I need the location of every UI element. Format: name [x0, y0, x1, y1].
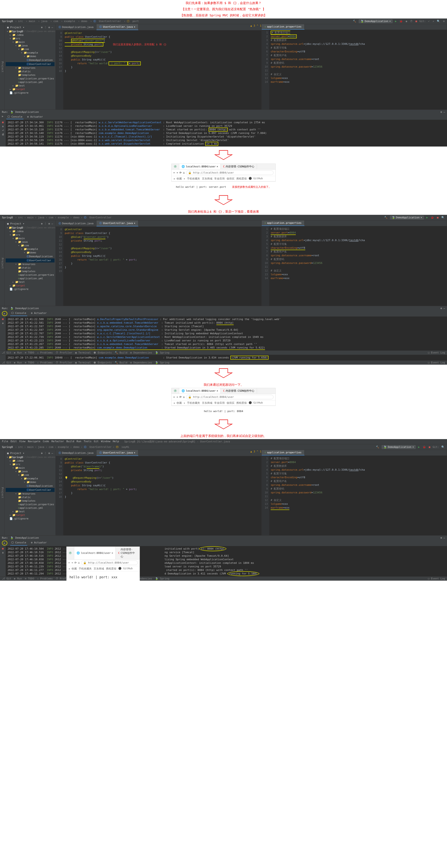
console-output[interactable]: 2022-07-20 17:22:06.961 INFO 10848 --- [… — [6, 355, 447, 361]
scroll-icon[interactable]: ⇊ — [2, 551, 4, 554]
scroll-icon[interactable]: ⇊ — [2, 321, 4, 324]
crumb[interactable]: java — [41, 20, 47, 23]
tree-item[interactable]: ▾📁 java — [6, 240, 55, 244]
crumb[interactable]: UserController — [90, 445, 111, 448]
tree-item[interactable]: 📁 templates — [6, 73, 55, 77]
tree-item[interactable]: 📁 static — [6, 496, 55, 499]
tree-item[interactable]: ▾📁 example — [6, 477, 55, 480]
tree-item[interactable]: ▾📁 demo — [6, 251, 55, 254]
tree-item[interactable]: ⓒ DemoApplication — [6, 254, 55, 258]
warnings-badge[interactable]: ▲ 3 ^ 1 — [251, 24, 261, 30]
forward-icon[interactable]: → — [71, 561, 73, 564]
coverage-icon[interactable]: ◉ — [405, 19, 408, 23]
menu-navigate[interactable]: Navigate — [28, 440, 40, 443]
crumb[interactable]: example — [58, 216, 69, 219]
editor-right[interactable]: ⚙application.properties 1234567891011121… — [262, 24, 447, 110]
tree-item-selected[interactable]: ⓒ UserController — [6, 488, 55, 492]
bookmark-item[interactable]: 常金应用 — [214, 177, 225, 180]
crumb[interactable]: demo — [73, 445, 79, 448]
bookmark-item[interactable]: 携程度假 — [236, 401, 247, 405]
code-editor[interactable]: @Controller public class UserController … — [63, 456, 261, 535]
debug-icon[interactable]: 🐞 — [399, 19, 403, 23]
editor-tab-active[interactable]: ⚙application.properties — [262, 24, 305, 30]
tree-item[interactable]: ▾📁 java — [6, 470, 55, 473]
terminal-tab[interactable]: ▣ Terminal — [75, 351, 91, 354]
debug-icon[interactable]: 🐞 — [430, 216, 435, 220]
deps-tab[interactable]: ⊞ Dependencies — [130, 351, 152, 354]
tree-item[interactable]: ⚙ application.properties — [6, 503, 55, 506]
editor-tab-active[interactable]: ⓒUserController.java × — [96, 220, 138, 226]
menu-run[interactable]: Run — [76, 440, 81, 443]
code-editor[interactable]: # 配置项目端口 server.port=8084 # 配置数据库 spring… — [269, 30, 447, 110]
tree-gear-icon[interactable]: ⊕ ⋮ ⚙ — — [41, 452, 53, 455]
menu-build[interactable]: Build — [66, 440, 74, 443]
stop-icon[interactable]: ■ — [2, 121, 4, 124]
menu-tools[interactable]: Tools — [84, 440, 92, 443]
bookmark-item[interactable]: 京东商城 — [94, 567, 104, 570]
event-log-tab[interactable]: ◯ Event Log — [428, 577, 445, 580]
menu-view[interactable]: View — [19, 440, 26, 443]
console-gear-icon[interactable]: ⚙ — — [440, 111, 445, 114]
run-tab[interactable]: ▶ Run — [14, 351, 22, 354]
console-output[interactable]: 2022-07-20 17:34:14.360 INFO 11176 --- [… — [6, 120, 447, 147]
deps-tab[interactable]: ⊞ Dependencies — [130, 361, 152, 364]
crumb[interactable]: java — [38, 445, 44, 448]
back-icon[interactable]: ← — [173, 396, 175, 399]
editor-tab[interactable]: ⓒDemoApplication.java — [56, 24, 96, 30]
crumb[interactable]: com — [49, 216, 53, 219]
build-tab[interactable]: 🔨 Build — [115, 361, 128, 364]
home-icon[interactable]: ⌂ — [183, 171, 185, 174]
tree-item[interactable]: ▾📁 resources — [6, 262, 55, 266]
tree-item-selected[interactable]: ⓒ UserController — [6, 62, 55, 66]
bookmark-item[interactable]: ★ 收藏 — [173, 401, 182, 405]
endpoints-tab[interactable]: ⬢ Endpoints — [94, 351, 111, 354]
console-tab[interactable]: 🖵 Console — [10, 540, 27, 546]
git-tab[interactable]: ⎇ Git — [2, 351, 11, 354]
crumb[interactable]: main — [27, 445, 34, 448]
tree-item[interactable]: 📁 templates — [6, 499, 55, 503]
crumb[interactable]: src — [18, 445, 23, 448]
tree-item[interactable]: ▾📁 example — [6, 51, 55, 55]
tree-item[interactable]: ▾📁 resources — [6, 492, 55, 496]
tree-item[interactable]: ▸📁 target — [6, 513, 55, 517]
tree-item[interactable]: 📄 .gitignore — [6, 287, 55, 291]
search-icon[interactable]: 🔍 — [436, 19, 441, 23]
editor-tab[interactable]: ⓒDemoApplication.java — [56, 220, 96, 226]
menu-edit[interactable]: Edit — [11, 440, 17, 443]
code-editor[interactable]: # 配置项目端口 server.port=8084 # 配置数据库 spring… — [269, 226, 447, 306]
spring-tab[interactable]: 🍃 Spring — [155, 351, 169, 354]
rerun-icon[interactable]: ▶ — [2, 115, 4, 119]
debug-icon[interactable]: 🐞 — [422, 445, 426, 449]
bookmark-item[interactable]: 京东商城 — [202, 401, 212, 405]
scroll-icon[interactable]: ⇊ — [2, 125, 4, 128]
tree-item[interactable]: ▾📁 src — [6, 233, 55, 237]
tree-item[interactable]: 📄 .gitignore — [6, 91, 55, 95]
tree-item[interactable]: ▾📁 java — [6, 44, 55, 48]
tree-item[interactable]: ▸📁 target — [6, 88, 55, 91]
todo-tab[interactable]: ≡ TODO — [25, 351, 34, 354]
warnings-badge[interactable]: ▲ 3 ^ 1 — [251, 450, 261, 456]
tree-item[interactable]: ▾📁 src — [6, 37, 55, 40]
address-bar[interactable]: 🔒 http://localhost:8084/user — [186, 170, 274, 175]
tree-item[interactable]: ▾📁 example — [6, 247, 55, 251]
editor-tab[interactable]: ⓒDemoApplication.java — [56, 450, 96, 456]
bookmark-item[interactable]: 携程度假 — [106, 567, 116, 570]
project-name[interactable]: SpringB — [2, 216, 13, 219]
tree-item[interactable]: ▸📁 .idea — [6, 459, 55, 463]
crumb[interactable]: port — [132, 20, 139, 23]
build-icon[interactable]: 🔨 — [352, 19, 357, 23]
menu-git[interactable]: Git — [94, 440, 99, 443]
event-log-tab[interactable]: ◯ Event Log — [428, 361, 445, 364]
run-icon[interactable]: ▶ — [395, 19, 397, 23]
tree-gear-icon[interactable]: ⊕ ⋮ ⚙ — — [41, 26, 53, 29]
tree-root[interactable]: ▾📁 SpringB G:\Java面向\java-ee-advanced\Sp… — [6, 30, 55, 33]
console-gear-icon[interactable]: ⚙ — — [440, 307, 445, 310]
bookmark-item[interactable]: ⚫ GitHub — [118, 567, 132, 570]
console-tab[interactable]: 🖵 Console — [10, 311, 27, 316]
profiler-tab[interactable]: ⏱ Profiler — [56, 351, 72, 354]
tree-item[interactable]: ▾📁 main — [6, 466, 55, 470]
tree-item-selected[interactable]: ⓒ UserController — [6, 258, 55, 262]
todo-tab[interactable]: ≡ TODO — [25, 361, 34, 364]
actuator-tab[interactable]: ⚙ Actuator — [26, 115, 44, 119]
print-icon[interactable]: 🖨 — [2, 133, 4, 136]
